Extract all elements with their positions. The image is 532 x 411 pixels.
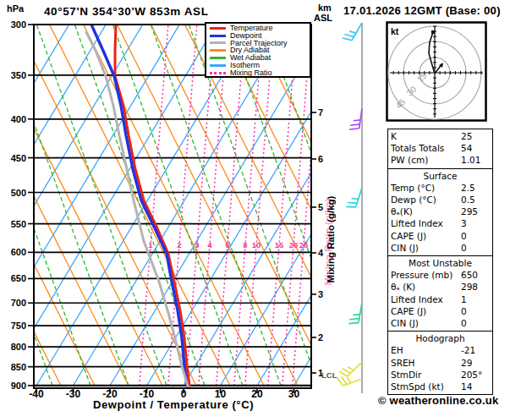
wind-barb-tick [346, 204, 355, 209]
wind-barb-tick [348, 365, 354, 371]
mixing-ratio-value-label: 10 [252, 240, 261, 249]
table-row: SREH29 [391, 357, 490, 369]
table-row-value: 205° [461, 369, 490, 381]
pressure-tick-label: 350 [11, 70, 26, 80]
table-row-value: 29 [461, 357, 490, 369]
legend-swatch-isotherm [210, 64, 226, 67]
wet-adiabat-line [0, 25, 52, 386]
table-row-label: CIN (J) [391, 317, 461, 329]
mixing-ratio-value-label: 4 [207, 240, 212, 249]
asl-axis-unit: ASL [314, 13, 332, 23]
table-row-value: 3 [461, 217, 490, 229]
table-row-label: Pressure (mb) [391, 269, 461, 281]
pressure-tick-label: 450 [11, 153, 26, 163]
wind-barb-tick [343, 36, 352, 42]
pressure-tick-label: 750 [11, 321, 26, 331]
table-row-value: 0.5 [461, 194, 490, 206]
table-row: Lifted Index3 [391, 217, 490, 229]
valid-datetime: 17.01.2026 12GMT (Base: 00) [343, 4, 501, 17]
mixing-ratio-value-label: 1 [148, 240, 153, 249]
indices-table: K25Totals Totals54PW (cm)1.01SurfaceTemp… [387, 129, 493, 395]
legend-swatch-wet-adiabat [210, 57, 226, 59]
table-row-label: EH [391, 344, 461, 356]
pressure-tick-label: 400 [11, 114, 26, 124]
pressure-tick-label: 600 [11, 247, 26, 257]
table-section-header: Surface [391, 170, 490, 182]
table-row: CIN (J)0 [391, 317, 490, 329]
wind-barb-tick [347, 376, 351, 383]
table-row: CAPE (J)0 [391, 230, 490, 242]
table-row-label: Temp (°C) [391, 182, 461, 194]
mixing-ratio-line [245, 25, 274, 386]
table-row-value: 2.5 [461, 182, 490, 194]
x-axis-title: Dewpoint / Temperature (°C) [34, 398, 313, 411]
table-row: Pressure (mb)650 [391, 269, 490, 281]
hodograph-trace-endpoint [431, 30, 435, 34]
pressure-axis-unit: hPa [7, 3, 24, 14]
legend: TemperatureDewpointParcel TrajectoryDry … [205, 22, 311, 78]
table-row-label: Totals Totals [391, 142, 461, 154]
wind-barb-stem [348, 362, 362, 376]
mixing-ratio-value-label: 2 [177, 240, 181, 249]
mixing-ratio-value-label: 15 [275, 240, 284, 249]
table-row: K25 [391, 130, 490, 142]
table-row-label: Lifted Index [391, 217, 461, 229]
wet-adiabat-line [189, 25, 319, 386]
lcl-marker-label: LCL [321, 370, 337, 380]
table-row-value: 0 [461, 305, 490, 317]
table-row: Temp (°C)2.5 [391, 182, 490, 194]
table-section: K25Totals Totals54PW (cm)1.01 [388, 129, 492, 168]
table-row-label: θₑ (K) [391, 281, 461, 293]
mixing-ratio-line [234, 25, 263, 386]
table-row-value: 0 [461, 230, 490, 242]
mixing-ratio-line [282, 25, 311, 386]
legend-swatch-parcel-trajectory [210, 41, 226, 44]
legend-label: Mixing Ratio [230, 69, 272, 77]
table-row: Lifted Index1 [391, 293, 490, 305]
km-tick-label: 7 [318, 107, 323, 118]
table-row-value: -21 [461, 344, 490, 356]
table-row-label: StmDir [391, 369, 461, 381]
hodograph-unit-label: kt [391, 26, 399, 36]
wet-adiabat-line [227, 25, 357, 386]
pressure-tick-label: 800 [11, 342, 26, 352]
pressure-tick-label: 550 [11, 219, 26, 229]
mixing-ratio-axis-label: Mixing Ratio (g/kg) [326, 195, 336, 282]
credit-watermark: © weatheronline.co.uk [378, 394, 498, 407]
wind-barb [349, 107, 362, 130]
table-row: Dewp (°C)0.5 [391, 194, 490, 206]
table-section-header: Hodograph [391, 332, 490, 344]
table-row-label: CAPE (J) [391, 230, 461, 242]
table-row: CIN (J)0 [391, 242, 490, 254]
km-tick-label: 3 [318, 289, 323, 299]
wind-barb-tick [349, 127, 359, 131]
table-row-value: 295 [461, 206, 490, 217]
station-location-title: 40°57'N 354°30'W 853m ASL [44, 5, 209, 18]
wind-barb-stem [356, 188, 362, 207]
wet-adiabat-line [74, 25, 205, 386]
wind-barb-tick [348, 200, 357, 206]
table-row: StmDir205° [391, 369, 490, 381]
km-axis-unit: km [318, 3, 332, 13]
table-row: PW (cm)1.01 [391, 154, 490, 166]
table-row-value: 14 [461, 381, 490, 392]
mixing-ratio-line [293, 25, 321, 386]
wind-barb [339, 355, 362, 378]
mixing-ratio-value-label: 8 [243, 240, 247, 249]
wind-barb [343, 19, 362, 43]
legend-swatch-dry-adiabat [210, 49, 226, 52]
table-section: SurfaceTemp (°C)2.5Dewp (°C)0.5θₑ(K)295L… [388, 168, 492, 255]
table-row: Totals Totals54 [391, 142, 490, 154]
table-row: CAPE (J)0 [391, 305, 490, 317]
mixing-ratio-line [186, 25, 215, 386]
hodograph-panel: 153045 kt [386, 21, 487, 122]
table-row-label: K [391, 130, 461, 142]
km-tick-label: 6 [318, 154, 323, 164]
table-row-label: Lifted Index [391, 293, 461, 305]
wind-barb [346, 185, 362, 210]
pressure-tick-label: 900 [11, 381, 26, 391]
mixing-ratio-value-label: 3 [195, 240, 199, 249]
km-tick-label: 2 [318, 332, 323, 342]
legend-item: Wet Adiabat [210, 54, 310, 62]
dry-adiabat-line [219, 25, 400, 386]
